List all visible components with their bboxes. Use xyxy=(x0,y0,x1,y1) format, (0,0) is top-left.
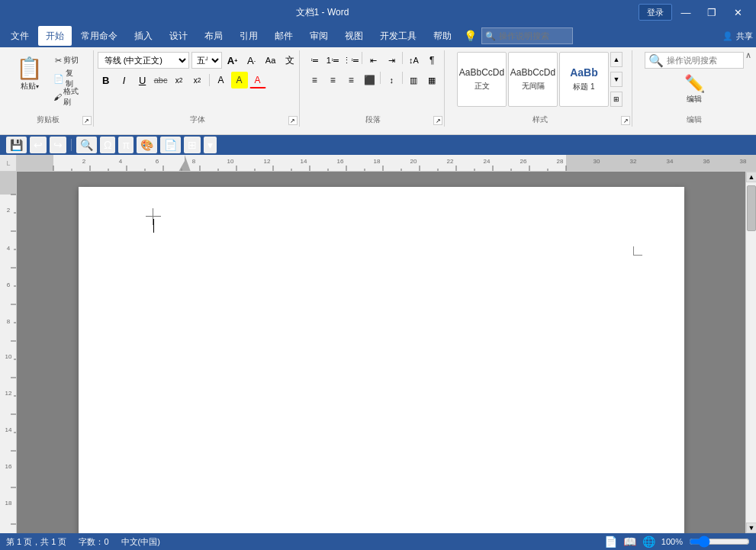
font-size-select[interactable]: 五号 初号 小初 一号 小一 二号 小二 三号 小三 四号 小四 五号 小五 xyxy=(191,52,222,69)
pi-button[interactable]: π xyxy=(118,137,134,153)
menu-layout[interactable]: 布局 xyxy=(197,26,230,46)
title-text: 文档1 - Word xyxy=(6,6,639,19)
command-search[interactable]: 🔍 xyxy=(481,27,573,44)
search-box[interactable]: 🔍 xyxy=(645,52,744,69)
subscript-button[interactable]: x2 xyxy=(171,72,188,88)
scroll-up-button[interactable]: ▲ xyxy=(746,172,756,182)
styles-expand-button[interactable]: ↗ xyxy=(621,116,630,125)
style-heading1[interactable]: AaBb 标题 1 xyxy=(559,52,609,107)
qa-more-button[interactable]: ▾ xyxy=(204,137,217,153)
search-area: 🔍 xyxy=(645,52,744,69)
search-input[interactable] xyxy=(667,56,740,65)
edit-button[interactable]: ✏️ 编辑 xyxy=(677,72,712,107)
menu-insert[interactable]: 插入 xyxy=(127,26,160,46)
italic-button[interactable]: I xyxy=(116,72,133,88)
zoom-slider[interactable] xyxy=(689,536,750,548)
page-view-button[interactable]: 📄 xyxy=(160,137,181,153)
menu-common[interactable]: 常用命令 xyxy=(73,26,125,46)
line-spacing-button[interactable]: ↕ xyxy=(383,72,400,88)
shading-button[interactable]: ▥ xyxy=(405,72,422,88)
underline-button[interactable]: U xyxy=(134,72,151,88)
scroll-thumb[interactable] xyxy=(747,185,756,231)
copy-button[interactable]: 📄 复制 xyxy=(50,70,84,87)
restore-button[interactable]: ❐ xyxy=(700,5,724,20)
menu-mail[interactable]: 邮件 xyxy=(267,26,301,46)
paste-button[interactable]: 📋 粘贴▾ xyxy=(12,52,47,98)
border-button[interactable]: ▦ xyxy=(423,72,440,88)
change-case-button[interactable]: Aa xyxy=(262,52,279,69)
menu-view[interactable]: 视图 xyxy=(337,26,371,46)
document-area[interactable] xyxy=(17,172,745,533)
svg-text:38: 38 xyxy=(740,158,747,165)
share-icon: 👤 xyxy=(722,31,733,41)
login-button[interactable]: 登录 xyxy=(639,4,672,21)
menu-help[interactable]: 帮助 xyxy=(426,26,459,46)
vertical-scrollbar[interactable]: ▲ ▼ xyxy=(745,172,756,533)
numbering-button[interactable]: 1≔ xyxy=(324,52,341,69)
document-page[interactable] xyxy=(79,187,684,533)
format-painter-label: 格式刷 xyxy=(63,86,80,108)
find-button[interactable]: 🔍 xyxy=(76,137,97,153)
save-quick-button[interactable]: 💾 xyxy=(6,137,27,153)
paragraph-expand-button[interactable]: ↗ xyxy=(433,116,442,125)
share-button[interactable]: 👤 共享 xyxy=(722,31,753,42)
style-nospace-preview: AaBbCcDd xyxy=(510,67,555,78)
superscript-button[interactable]: x2 xyxy=(189,72,206,88)
show-marks-button[interactable]: ¶ xyxy=(423,52,440,69)
font-grow-button[interactable]: A+ xyxy=(224,52,241,69)
style-normal[interactable]: AaBbCcDd 正文 xyxy=(457,52,507,107)
menu-devtools[interactable]: 开发工具 xyxy=(372,26,424,46)
scroll-down-button[interactable]: ▼ xyxy=(746,523,756,533)
align-right-button[interactable]: ≡ xyxy=(343,72,359,88)
format-painter-button[interactable]: 🖌 格式刷 xyxy=(50,88,84,105)
font-shrink-button[interactable]: A- xyxy=(243,52,260,69)
styles-scroll-up[interactable]: ▲ xyxy=(610,52,622,67)
command-search-input[interactable] xyxy=(499,31,569,40)
highlight-button[interactable]: A xyxy=(231,72,248,88)
menu-references[interactable]: 引用 xyxy=(232,26,265,46)
cut-button[interactable]: ✂ 剪切 xyxy=(50,52,84,69)
close-button[interactable]: ✕ xyxy=(725,5,750,20)
text-effects-button[interactable]: A xyxy=(213,72,230,88)
phonetics-button[interactable]: 文 xyxy=(281,52,298,69)
color-picker-button[interactable]: 🎨 xyxy=(137,137,157,153)
redo-button[interactable]: ↪ xyxy=(50,137,66,153)
ruler-area: L xyxy=(0,155,756,172)
menu-home[interactable]: 开始 xyxy=(38,26,72,46)
decrease-indent-button[interactable]: ⇤ xyxy=(365,52,381,69)
font-color-button[interactable]: A xyxy=(249,72,266,88)
bold-button[interactable]: B xyxy=(98,72,114,88)
menu-file[interactable]: 文件 xyxy=(3,26,37,46)
style-no-spacing[interactable]: AaBbCcDd 无间隔 xyxy=(508,52,558,107)
web-layout-button[interactable]: 🌐 xyxy=(642,536,655,548)
strikethrough-button[interactable]: abc xyxy=(153,72,169,88)
menu-review[interactable]: 审阅 xyxy=(302,26,336,46)
read-mode-button[interactable]: 📖 xyxy=(623,536,636,548)
clipboard-expand-button[interactable]: ↗ xyxy=(82,116,92,125)
ruler-corner-marker[interactable]: L xyxy=(0,155,17,172)
scroll-track[interactable] xyxy=(746,182,756,523)
help-icon[interactable]: 💡 xyxy=(464,30,477,42)
ribbon-collapse-button[interactable]: ∧ xyxy=(742,49,754,61)
align-left-button[interactable]: ≡ xyxy=(306,72,323,88)
styles-scroll-down[interactable]: ▼ xyxy=(610,72,622,87)
magnify-icon: 🔍 xyxy=(648,53,664,68)
undo-button[interactable]: ↩ xyxy=(30,137,47,153)
grid-button[interactable]: ⊞ xyxy=(184,137,201,153)
font-expand-button[interactable]: ↗ xyxy=(288,116,298,125)
menu-design[interactable]: 设计 xyxy=(162,26,195,46)
clipboard-sub: ✂ 剪切 📄 复制 🖌 格式刷 xyxy=(50,52,84,105)
symbol-button[interactable]: Ω xyxy=(100,137,115,153)
align-center-button[interactable]: ≡ xyxy=(324,72,341,88)
sort-button[interactable]: ↕A xyxy=(405,52,422,69)
styles-expand[interactable]: ⊞ xyxy=(610,92,622,107)
qa-separator1 xyxy=(71,139,72,151)
print-layout-button[interactable]: 📄 xyxy=(604,536,617,548)
font-name-select[interactable]: 等线 (中文正文) xyxy=(98,52,189,69)
minimize-button[interactable]: — xyxy=(674,5,698,20)
multilevel-list-button[interactable]: ⋮≔ xyxy=(343,52,359,69)
justify-button[interactable]: ⬛ xyxy=(361,72,378,88)
page-content[interactable] xyxy=(140,217,623,533)
increase-indent-button[interactable]: ⇥ xyxy=(383,52,400,69)
bullets-button[interactable]: ≔ xyxy=(306,52,323,69)
